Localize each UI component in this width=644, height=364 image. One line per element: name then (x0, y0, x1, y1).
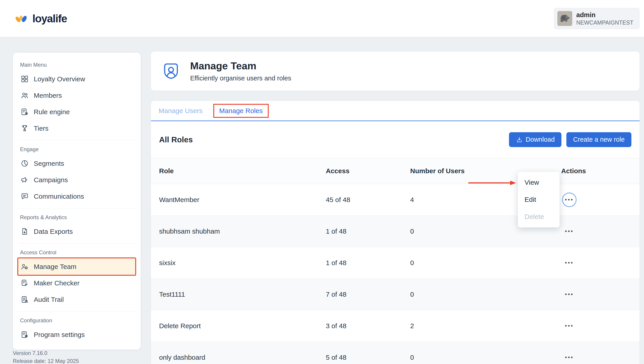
cell-actions: ••• (561, 319, 632, 333)
download-button-label: Download (526, 136, 555, 143)
sidebar-item-data-exports[interactable]: Data Exports (18, 223, 135, 240)
table-row: only dashboard5 of 480••• (151, 342, 640, 364)
page-header-text: Manage Team Efficiently organise users a… (190, 60, 291, 82)
cell-users: 0 (410, 259, 561, 267)
user-meta: admin NEWCAMPAIGNTEST (576, 11, 634, 26)
download-button[interactable]: Download (509, 132, 562, 147)
cell-role: Test1111 (159, 290, 326, 298)
sidebar-item-manage-team[interactable]: Manage Team (18, 258, 135, 275)
column-header-access: Access (326, 167, 410, 175)
row-actions-button[interactable]: ••• (562, 256, 576, 270)
sidebar-section-label: Main Menu (18, 56, 135, 71)
campaigns-icon (20, 176, 29, 184)
sidebar-section: ConfigurationProgram settings (18, 311, 135, 343)
sidebar-item-tiers[interactable]: Tiers (18, 120, 135, 137)
user-menu[interactable]: admin NEWCAMPAIGNTEST (554, 8, 640, 29)
program-settings-icon (20, 330, 29, 339)
cell-actions: ••• (561, 224, 632, 238)
row-actions-button[interactable]: ••• (562, 193, 576, 207)
cell-access: 45 of 48 (326, 196, 410, 204)
sidebar-section-label: Configuration (18, 311, 135, 326)
row-actions-button[interactable]: ••• (562, 287, 576, 302)
version-info: Version 7.16.0 Release date: 12 May 2025 (13, 349, 79, 364)
row-actions-button[interactable]: ••• (562, 319, 576, 333)
cell-users: 0 (410, 354, 561, 361)
communications-icon (20, 192, 29, 200)
cell-actions: ••• (561, 350, 632, 364)
roles-table-head: RoleAccessNumber of UsersActions (151, 158, 640, 184)
roles-toolbar: All Roles Download Create a new role (151, 121, 640, 158)
tab-manage-roles[interactable]: Manage Roles (213, 104, 268, 118)
manage-team-badge-icon (161, 61, 181, 81)
sidebar-section-label: Reports & Analytics (18, 208, 135, 223)
members-icon (20, 91, 29, 100)
sidebar-item-rule-engine[interactable]: Rule engine (18, 104, 135, 120)
sidebar-item-segments[interactable]: Segments (18, 155, 135, 172)
cell-access: 1 of 48 (326, 227, 410, 235)
tab-manage-users[interactable]: Manage Users (159, 107, 202, 115)
top-header: loyalife admin NEWCAMPAIGNTEST (0, 0, 644, 37)
menu-item-edit[interactable]: Edit (518, 191, 560, 208)
sidebar-section: Main MenuLoyalty OverviewMembersRule eng… (18, 56, 135, 137)
table-row: WantMember45 of 484••• (151, 184, 640, 216)
data-exports-icon (20, 227, 29, 236)
sidebar-item-label: Campaigns (34, 176, 68, 184)
manage-team-icon (20, 262, 29, 271)
audit-trail-icon (20, 295, 29, 304)
user-name: admin (576, 11, 634, 19)
table-row: Test11117 of 480••• (151, 279, 640, 310)
sidebar-item-members[interactable]: Members (18, 87, 135, 104)
sidebar-item-audit-trail[interactable]: Audit Trail (18, 291, 135, 308)
cell-role: only dashboard (159, 354, 326, 361)
sidebar-section: Reports & AnalyticsData Exports (18, 208, 135, 240)
page-subtitle: Efficiently organise users and roles (190, 75, 291, 82)
column-header-actions: Actions (561, 167, 632, 175)
sidebar-section-label: Access Control (18, 243, 135, 258)
main-content: Manage Team Efficiently organise users a… (151, 52, 640, 364)
version-text: Version 7.16.0 (13, 349, 79, 357)
elephant-avatar-image (559, 13, 571, 25)
sidebar-item-loyalty-overview[interactable]: Loyalty Overview (18, 71, 135, 87)
menu-item-delete: Delete (518, 208, 560, 225)
roles-heading: All Roles (159, 135, 193, 144)
tiers-icon (20, 124, 29, 132)
sidebar-item-label: Communications (34, 193, 84, 200)
download-icon (516, 136, 523, 143)
sidebar-section: EngageSegmentsCampaignsCommunications (18, 140, 135, 205)
create-role-button[interactable]: Create a new role (566, 132, 632, 147)
sidebar-item-communications[interactable]: Communications (18, 188, 135, 205)
cell-role: Delete Report (159, 322, 326, 330)
sidebar: Main MenuLoyalty OverviewMembersRule eng… (13, 53, 141, 349)
context-menu: ViewEditDelete (518, 172, 560, 227)
cell-access: 3 of 48 (326, 322, 410, 330)
cell-users: 0 (410, 227, 561, 235)
avatar (557, 11, 572, 26)
brand-logo: loyalife (14, 12, 67, 25)
maker-checker-icon (20, 279, 29, 287)
tab-bar: Manage Users Manage Roles (151, 101, 640, 121)
sidebar-item-program-settings[interactable]: Program settings (18, 326, 135, 343)
release-date-text: Release date: 12 May 2025 (13, 357, 79, 364)
sidebar-sections: Main MenuLoyalty OverviewMembersRule eng… (13, 56, 141, 343)
page-header-card: Manage Team Efficiently organise users a… (151, 52, 640, 91)
sidebar-item-maker-checker[interactable]: Maker Checker (18, 275, 135, 291)
cell-access: 7 of 48 (326, 290, 410, 298)
sidebar-item-campaigns[interactable]: Campaigns (18, 172, 135, 188)
row-actions-button[interactable]: ••• (562, 350, 576, 364)
cell-users: 2 (410, 322, 561, 330)
loyalty-overview-icon (20, 75, 29, 83)
brand-logo-icon (14, 12, 29, 25)
sidebar-item-label: Members (34, 92, 62, 99)
annotation-arrow (468, 179, 516, 187)
menu-item-view[interactable]: View (518, 174, 560, 191)
row-actions-button[interactable]: ••• (562, 224, 576, 238)
sidebar-item-label: Manage Team (34, 263, 76, 270)
roles-actions: Download Create a new role (509, 132, 632, 147)
column-header-role: Role (159, 167, 326, 175)
sidebar-item-label: Segments (34, 160, 64, 167)
segments-icon (20, 159, 29, 168)
create-role-button-label: Create a new role (573, 136, 625, 143)
sidebar-item-label: Tiers (34, 125, 48, 132)
table-row: sixsix1 of 480••• (151, 247, 640, 279)
sidebar-item-label: Audit Trail (34, 296, 64, 303)
